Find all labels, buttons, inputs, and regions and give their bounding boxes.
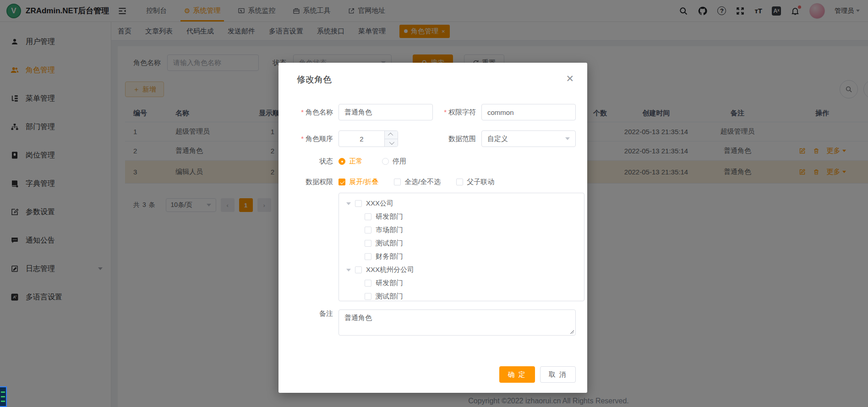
checkbox-icon[interactable] (365, 253, 371, 260)
recorder-bar (1, 391, 5, 393)
confirm-button[interactable]: 确 定 (499, 366, 535, 383)
checkbox-icon (394, 179, 401, 185)
tree-node-label: 研发部门 (376, 279, 403, 288)
tree-node[interactable]: XXX公司 (344, 197, 584, 210)
remark-value: 普通角色 (344, 314, 372, 321)
tree-node-label: 财务部门 (376, 252, 403, 261)
field-role-name: 角色名称 普通角色 (290, 104, 433, 120)
dialog-close-icon[interactable]: ✕ (566, 74, 574, 83)
status-radio-normal[interactable]: 正常 (338, 157, 363, 166)
edit-role-dialog: 修改角色 ✕ 角色名称 普通角色 权限字符 common (278, 63, 587, 393)
tree-node[interactable]: 研发部门 (344, 210, 584, 223)
stepper-down-icon[interactable] (385, 139, 398, 147)
tree-node[interactable]: 测试部门 (344, 237, 584, 250)
parent-child-link-checkbox[interactable]: 父子联动 (456, 178, 494, 186)
data-scope-label: 数据范围 (433, 135, 481, 143)
tree-node-label: 测试部门 (376, 239, 403, 248)
field-remark: 备注 普通角色 (290, 309, 576, 336)
tree-node[interactable]: 研发部门 (344, 277, 584, 290)
tree-node-label: XXX公司 (366, 199, 393, 208)
checkbox-icon[interactable] (365, 280, 371, 287)
checkbox-icon[interactable] (365, 213, 371, 220)
field-role-order: 角色顺序 2 (290, 130, 433, 147)
tree-node-label: 市场部门 (376, 226, 403, 234)
role-name-value: 普通角色 (344, 108, 372, 117)
screen-recorder-widget[interactable] (0, 386, 7, 407)
status-disabled-label: 停用 (393, 157, 406, 166)
data-scope-value: 自定义 (487, 135, 508, 143)
dialog-title: 修改角色 (297, 74, 332, 86)
tree-node-label: XXX杭州分公司 (366, 266, 414, 274)
recorder-bar (1, 401, 5, 402)
tree-node-label: 测试部门 (376, 292, 403, 301)
checkbox-icon (338, 179, 345, 185)
field-status: 状态 正常 停用 (290, 157, 576, 166)
dialog-header: 修改角色 ✕ (290, 74, 576, 86)
cancel-button[interactable]: 取 消 (540, 366, 576, 383)
select-all-checkbox[interactable]: 全选/全不选 (394, 178, 441, 186)
checkbox-icon[interactable] (355, 200, 362, 207)
tree-node[interactable]: XXX杭州分公司 (344, 263, 584, 277)
expand-collapse-checkbox[interactable]: 展开/折叠 (338, 178, 378, 186)
chevron-down-icon (565, 137, 570, 140)
tree-node[interactable]: 市场部门 (344, 223, 584, 237)
remark-label: 备注 (290, 309, 338, 336)
department-tree: XXX公司 研发部门 市场部门 测试部门 财务部门 (338, 193, 584, 301)
role-order-stepper[interactable]: 2 (338, 130, 398, 147)
dialog-footer: 确 定 取 消 (499, 366, 576, 383)
recorder-bar (1, 396, 5, 397)
tree-expand-icon[interactable] (346, 269, 351, 271)
stepper-controls (384, 131, 398, 147)
checkbox-icon[interactable] (365, 227, 371, 233)
tree-expand-icon[interactable] (346, 202, 351, 205)
radio-icon (382, 158, 389, 165)
checkbox-icon[interactable] (365, 240, 371, 247)
expand-collapse-label: 展开/折叠 (349, 178, 378, 186)
parent-child-link-label: 父子联动 (467, 178, 494, 186)
checkbox-icon[interactable] (355, 266, 362, 273)
data-scope-select[interactable]: 自定义 (481, 130, 576, 147)
field-data-scope: 数据范围 自定义 (433, 130, 576, 147)
role-order-label: 角色顺序 (290, 135, 338, 143)
app-root: V ZRAdmin.NET后台管理 控制台 ⚙ 系统管理 系统监控 (0, 0, 868, 407)
status-normal-label: 正常 (349, 157, 363, 166)
select-all-label: 全选/全不选 (404, 178, 441, 186)
radio-icon (338, 158, 345, 165)
status-radio-disabled[interactable]: 停用 (382, 157, 406, 166)
perm-char-label: 权限字符 (433, 108, 481, 117)
perm-char-value: common (487, 109, 514, 116)
checkbox-icon[interactable] (365, 293, 371, 300)
tree-node[interactable]: 财务部门 (344, 250, 584, 263)
role-name-input[interactable]: 普通角色 (338, 104, 433, 120)
checkbox-icon (456, 179, 463, 185)
data-permission-label: 数据权限 (290, 178, 338, 186)
tree-node[interactable]: 测试部门 (344, 290, 584, 301)
status-label: 状态 (290, 157, 338, 166)
dialog-body: 角色名称 普通角色 权限字符 common 角色顺序 2 (290, 104, 576, 336)
field-perm-char: 权限字符 common (433, 104, 576, 120)
role-order-value: 2 (339, 131, 384, 147)
perm-char-input[interactable]: common (481, 104, 576, 120)
field-data-permission: 数据权限 展开/折叠 全选/全不选 父子联动 (290, 178, 576, 186)
stepper-up-icon[interactable] (385, 131, 398, 139)
tree-node-label: 研发部门 (376, 212, 403, 221)
role-name-label: 角色名称 (290, 108, 338, 117)
remark-textarea[interactable]: 普通角色 (338, 309, 576, 336)
